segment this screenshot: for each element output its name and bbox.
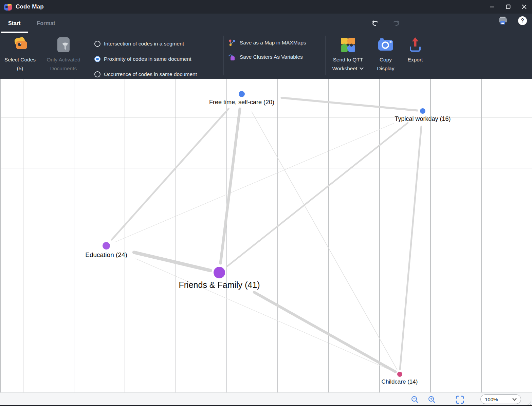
copy-display-label-2: Display [377,64,395,73]
map-node-label-freetime[interactable]: Free time, self-care (20) [209,99,274,106]
close-button[interactable] [516,0,532,14]
export-label: Export [408,55,423,64]
redo-button[interactable] [390,18,401,29]
map-edge-typical-childcare [400,127,421,369]
export-arrow-icon [408,37,423,53]
cluster-variable-icon [228,53,236,61]
radio-proximity[interactable]: Proximity of codes in same document [94,51,197,67]
title-bar: Code Map [0,0,532,14]
minimize-icon [490,4,495,9]
ribbon: Select Codes (5) Only Activated Document… [0,33,532,79]
code-map-canvas[interactable]: Free time, self-care (20)Typical workday… [0,79,532,392]
zoom-out-button[interactable] [410,395,419,404]
camera-icon [378,38,394,52]
zoom-out-icon [411,395,419,404]
save-as-map-button[interactable]: Save as a Map in MAXMaps [228,36,306,50]
map-edge-education-friends [134,252,210,270]
window-title: Code Map [16,3,44,10]
ribbon-tab-row: Start Format ? [0,14,532,33]
only-activated-documents-button[interactable]: Only Activated Documents [40,34,87,73]
map-edge-freetime-typical [281,98,417,110]
edge-layer [0,79,532,392]
export-button[interactable]: Export [402,34,428,64]
relation-mode-radio-group: Intersection of codes in a segment Proxi… [94,36,197,82]
map-node-friends[interactable] [214,267,225,278]
map-node-freetime[interactable] [239,91,245,97]
chevron-down-icon [512,398,517,401]
only-activated-label-1: Only Activated [47,55,80,64]
map-edge-freetime-friends [220,109,240,263]
zoom-level-value: 100% [485,396,512,402]
only-activated-label-2: Documents [50,64,77,73]
maximize-icon [506,4,511,9]
zoom-in-icon [428,395,436,404]
ribbon-separator [223,36,224,75]
copy-display-label-1: Copy [380,55,392,64]
radio-intersection[interactable]: Intersection of codes in a segment [94,36,197,51]
copy-display-button[interactable]: Copy Display [371,34,401,73]
help-icon: ? [518,16,527,25]
map-node-label-education[interactable]: Education (24) [85,251,127,259]
send-qtt-label-2: Worksheet [332,64,357,73]
puzzle-icon [340,37,356,53]
help-button[interactable]: ? [517,16,528,25]
resize-grip[interactable] [528,402,531,405]
chevron-down-icon [360,67,364,70]
map-edge-typical-friends [227,123,408,267]
print-button[interactable] [498,16,508,25]
radio-unselected-icon [94,71,100,77]
zoom-level-select[interactable]: 100% [480,394,521,404]
filtered-document-icon [57,37,70,53]
zoom-in-button[interactable] [427,395,436,404]
send-qtt-label-1: Send to QTT [333,55,363,64]
save-as-map-label: Save as a Map in MAXMaps [240,40,306,46]
select-codes-label-2: (5) [17,64,23,73]
map-edge-freetime-education [112,109,228,240]
ribbon-separator [325,36,326,75]
radio-selected-icon [94,56,100,62]
code-tags-icon [12,37,29,53]
select-codes-button[interactable]: Select Codes (5) [1,34,39,73]
select-codes-label-1: Select Codes [4,55,36,64]
map-node-label-childcare[interactable]: Childcare (14) [382,379,418,385]
save-clusters-label: Save Clusters As Variables [240,54,303,60]
undo-icon [371,20,380,27]
fit-to-window-button[interactable] [455,395,464,404]
map-edge-education-childcare [136,259,395,372]
map-edge-education-typical [115,123,394,242]
map-edge-friends-childcare [254,292,396,372]
maxqda-logo-icon [4,3,12,11]
printer-icon [498,16,508,25]
radio-unselected-icon [94,41,100,47]
tab-format[interactable]: Format [29,14,63,33]
save-actions-group: Save as a Map in MAXMaps Save Clusters A… [228,36,306,64]
status-bar: 100% [0,392,532,406]
minimize-button[interactable] [484,0,500,14]
undo-button[interactable] [370,18,381,29]
map-node-typical[interactable] [420,108,425,114]
ribbon-separator [430,36,430,75]
map-node-education[interactable] [103,242,110,250]
save-clusters-button[interactable]: Save Clusters As Variables [228,50,306,64]
code-map-window: Code Map Start Format [0,0,532,406]
tab-start[interactable]: Start [0,14,29,33]
map-node-label-typical[interactable]: Typical workday (16) [395,115,451,123]
redo-icon [392,20,400,27]
map-node-childcare[interactable] [397,372,402,377]
fit-screen-icon [456,395,464,404]
map-node-label-friends[interactable]: Friends & Family (41) [179,280,260,290]
ribbon-separator [87,36,87,75]
network-map-icon [228,39,236,47]
maximize-button[interactable] [500,0,516,14]
close-icon [522,4,527,9]
send-to-qtt-button[interactable]: Send to QTT Worksheet [328,34,368,73]
